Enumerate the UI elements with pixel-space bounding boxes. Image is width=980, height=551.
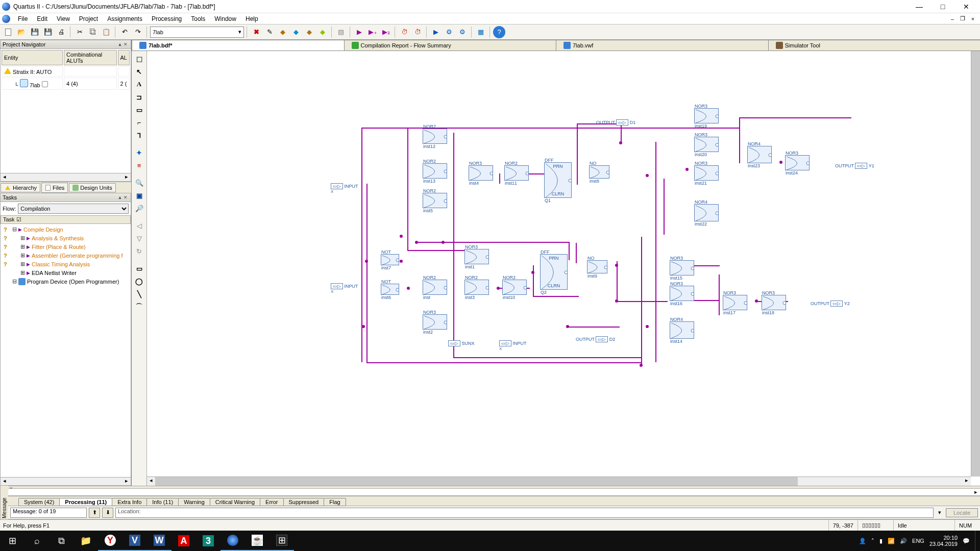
stop-button[interactable]: ▧ xyxy=(335,26,347,38)
vtool-line-tool[interactable]: ╲ xyxy=(134,288,145,299)
chip-button[interactable]: ▦ xyxy=(475,26,487,38)
gate-inst18[interactable]: NOR3inst18 xyxy=(762,295,786,310)
col-aluts[interactable]: Combinational ALUTs xyxy=(64,50,117,65)
input-pin[interactable]: ▭▷ SUNX xyxy=(448,341,475,346)
new-file-button[interactable] xyxy=(2,26,14,38)
msg-hscroll[interactable] xyxy=(8,489,972,495)
battery-icon[interactable]: ▮ xyxy=(879,538,883,544)
tray-chevron-icon[interactable]: ˄ xyxy=(871,538,874,544)
vtool-diagonal[interactable]: ⅂ xyxy=(134,130,145,141)
gate-inst4[interactable]: NOR3inst4 xyxy=(469,165,493,181)
output-pin[interactable]: OUTPUT ▭▷ Y1 xyxy=(835,163,874,168)
horizontal-scrollbar[interactable]: ◂ ▸ xyxy=(147,477,971,486)
msg-next-button[interactable]: ⬇ xyxy=(102,508,113,518)
calculator-button[interactable]: ⊞ xyxy=(270,531,294,551)
vtool-select-area[interactable]: ⬚ xyxy=(134,53,145,64)
nav-tab-design-units[interactable]: Design Units xyxy=(69,183,115,192)
output-pin[interactable]: OUTPUT ▭▷ D2 xyxy=(576,337,615,342)
menu-assignments[interactable]: Assignments xyxy=(103,14,147,24)
doc-tab[interactable]: Compilation Report - Flow Summary xyxy=(344,40,557,51)
panel-collapse-button[interactable]: ▲ ✕ xyxy=(117,42,129,47)
gate-inst11[interactable]: NOR2inst11 xyxy=(504,165,529,181)
copy-button[interactable]: ⿻ xyxy=(87,26,99,38)
input-pin[interactable]: ▭▷ INPUTX xyxy=(331,284,358,294)
nav-tab-files[interactable]: Files xyxy=(41,183,68,193)
task-col-header[interactable]: Task ☑ xyxy=(1,215,131,224)
timer1-button[interactable]: ⏱ xyxy=(398,26,410,38)
gate-inst8[interactable]: NOinst8 xyxy=(589,165,609,179)
cut-button[interactable]: ✂ xyxy=(74,26,86,38)
locate-button[interactable]: Locate xyxy=(946,508,978,517)
project-combo[interactable]: 7lab xyxy=(150,27,244,38)
input-pin[interactable]: ▭▷ INPUTX xyxy=(499,341,527,351)
gate-inst21[interactable]: NOR3inst21 xyxy=(694,165,719,181)
search-button[interactable]: ⌕ xyxy=(24,531,49,551)
explorer-button[interactable]: 📁 xyxy=(74,531,98,551)
quartus-button[interactable] xyxy=(220,531,245,551)
vtool-symbol[interactable]: ⊐ xyxy=(134,91,145,103)
open-button[interactable]: 📂 xyxy=(15,26,28,38)
tool-gem1-button[interactable]: ◆ xyxy=(277,26,289,38)
task-item[interactable]: ?⊞▶Analysis & Synthesis xyxy=(1,234,131,242)
gate-inst5[interactable]: NOR2inst5 xyxy=(423,193,447,208)
menu-window[interactable]: Window xyxy=(210,14,241,24)
gate-inst[interactable]: NOR2inst xyxy=(423,280,447,295)
gate-inst10[interactable]: NOR2inst10 xyxy=(502,280,527,295)
message-tab[interactable]: Info (11) xyxy=(146,498,179,506)
task-view-button[interactable]: ⧉ xyxy=(49,531,74,551)
hscroll-right[interactable]: ▸ xyxy=(122,478,131,485)
message-tab[interactable]: Critical Warning xyxy=(210,498,260,506)
table-row[interactable]: └ 7lab 4 (4) 2 ( xyxy=(2,78,130,90)
volume-icon[interactable]: 🔊 xyxy=(900,538,907,544)
play-next-button[interactable]: ▶₊ xyxy=(366,26,379,38)
minimize-button[interactable]: — xyxy=(908,0,931,13)
task-item[interactable]: ?⊞▶Classic Timing Analysis xyxy=(1,260,131,268)
gate-inst22[interactable]: NOR4inst22 xyxy=(694,204,719,221)
menu-edit[interactable]: Edit xyxy=(32,14,52,24)
panel-collapse-button[interactable]: ▲ ✕ xyxy=(117,195,129,200)
vtool-zoom[interactable]: 🔍 xyxy=(134,177,145,188)
task-item[interactable]: ?⊟▶Compile Design xyxy=(1,225,131,234)
gate-inst23[interactable]: NOR4inst23 xyxy=(747,146,772,163)
clock[interactable]: 20:10 23.04.2019 xyxy=(929,535,958,547)
message-tab[interactable]: Extra Info xyxy=(112,498,147,506)
menu-file[interactable]: File xyxy=(13,14,32,24)
java-button[interactable]: ☕ xyxy=(245,531,270,551)
menu-help[interactable]: Help xyxy=(241,14,263,24)
flow-select[interactable]: Compilation xyxy=(18,204,129,214)
input-pin[interactable]: ▭▷ INPUTX xyxy=(331,184,358,194)
message-tab[interactable]: Flag xyxy=(324,498,346,506)
help-button[interactable]: ? xyxy=(493,26,505,38)
vtool-rotate[interactable]: ↻ xyxy=(134,245,145,257)
tool-x-button[interactable]: ✖ xyxy=(250,26,262,38)
timer2-button[interactable]: ⏱ xyxy=(411,26,424,38)
save-button[interactable]: 💾 xyxy=(29,26,41,38)
play-step-button[interactable]: ▶₂ xyxy=(380,26,392,38)
gate-inst14[interactable]: NOR4inst14 xyxy=(670,321,694,339)
doc-tab[interactable]: Simulator Tool xyxy=(768,40,981,51)
gate-inst2[interactable]: NOR3inst2 xyxy=(423,314,447,330)
task-item[interactable]: ⊟Program Device (Open Programmer) xyxy=(1,277,131,286)
message-tab[interactable]: System (42) xyxy=(18,498,60,506)
task-item[interactable]: ?⊞▶Assembler (Generate programming f xyxy=(1,251,131,260)
vertical-scrollbar[interactable] xyxy=(971,51,980,477)
gate-inst16[interactable]: NOR3inst16 xyxy=(670,286,694,301)
acrobat-button[interactable]: A xyxy=(172,531,196,551)
col-entity[interactable]: Entity xyxy=(2,50,63,65)
gate-inst6[interactable]: NOTinst6 xyxy=(381,284,399,295)
gate-inst13[interactable]: NOR2inst13 xyxy=(423,163,447,179)
tool-gem3-button[interactable]: ◆ xyxy=(303,26,315,38)
gate-inst1[interactable]: NOR3inst1 xyxy=(464,249,489,264)
print-button[interactable]: 🖨 xyxy=(55,26,67,38)
output-pin[interactable]: OUTPUT ▭▷ D1 xyxy=(596,120,635,125)
output-pin[interactable]: OUTPUT ▭▷ Y2 xyxy=(811,301,850,306)
vtool-orthogonal[interactable]: ⌐ xyxy=(134,117,145,128)
vtool-flip-v[interactable]: ▽ xyxy=(134,233,145,244)
sim-gear2-button[interactable]: ⚙ xyxy=(456,26,469,38)
mdi-minimize-button[interactable]: – xyxy=(948,14,957,23)
vtool-rect[interactable]: ▭ xyxy=(134,104,145,115)
notifications-icon[interactable]: 💬 xyxy=(963,538,970,544)
col-al[interactable]: AL xyxy=(118,50,130,65)
vtool-bus[interactable]: ✦ xyxy=(134,147,145,158)
message-tab[interactable]: Error xyxy=(260,498,283,506)
